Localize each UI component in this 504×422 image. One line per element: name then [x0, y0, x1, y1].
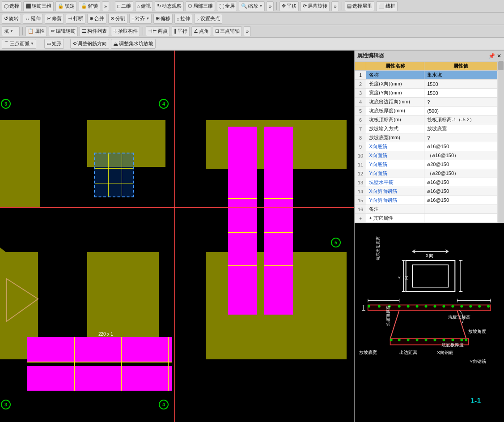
- point-angle-button[interactable]: ∠点角: [191, 26, 211, 36]
- props-row-6[interactable]: 6坑板顶标高(m)筏板顶标高-1（-5.2）: [355, 115, 498, 124]
- props-close-icon[interactable]: ✕: [497, 53, 501, 59]
- yellow-line-2: [228, 232, 257, 233]
- svg-text:坑板顶标高: 坑板顶标高: [386, 306, 390, 326]
- lock-button[interactable]: 🔒锁定: [55, 1, 77, 11]
- rebar3d-button[interactable]: ⬛钢筋三维: [23, 1, 54, 11]
- pan-button[interactable]: ✥平移: [280, 1, 299, 11]
- props-row-15[interactable]: 15Y向斜面钢筋⌀16@150: [355, 196, 498, 205]
- svg-text:X向钢筋: X向钢筋: [437, 350, 453, 355]
- props-val-12[interactable]: ⌀16@150: [424, 178, 498, 187]
- cad-viewport[interactable]: 3 4 3 4 0 5: [0, 51, 354, 422]
- props-scrollbar[interactable]: [498, 61, 504, 223]
- props-val-10[interactable]: ⌀20@150: [424, 160, 498, 169]
- split-button[interactable]: ⊗分割: [108, 14, 127, 24]
- select-layer-button[interactable]: ▤选择层里: [345, 1, 374, 11]
- align-button[interactable]: ≡对齐▼: [129, 14, 152, 24]
- props-name-15: 备注: [366, 205, 424, 214]
- scrollbar-thumb[interactable]: [498, 61, 504, 70]
- fullscreen-button[interactable]: ⛶全屏: [217, 1, 237, 11]
- circle-label-3b: 3: [1, 400, 11, 409]
- props-row-1[interactable]: 1名称集水坑: [355, 71, 498, 80]
- select-button[interactable]: ⬡选择: [2, 1, 21, 11]
- yellow-line-3: [228, 265, 257, 266]
- pick-component-button[interactable]: ⊹拾取构件: [111, 26, 140, 36]
- props-val-8[interactable]: ⌀16@150: [424, 142, 498, 151]
- three-point-button[interactable]: ⊡三点辅轴: [213, 26, 242, 36]
- more-btn-2[interactable]: »: [267, 1, 274, 11]
- props-row-11[interactable]: 11Y向底筋⌀20@150: [355, 160, 498, 169]
- 2d-button[interactable]: □二维: [115, 1, 133, 11]
- local3d-icon: ⬡: [188, 3, 192, 9]
- component-list-button[interactable]: ☰构件列表: [80, 26, 109, 36]
- props-name-11: Y向面筋: [366, 169, 424, 178]
- local3d-button[interactable]: ⬡局部三维: [186, 1, 215, 11]
- rotate-icon: ↻: [157, 3, 161, 9]
- svg-point-45: [451, 338, 454, 341]
- props-row-7[interactable]: 7放坡输入方式放坡底宽: [355, 124, 498, 133]
- props-val-2[interactable]: 1500: [424, 89, 498, 98]
- yellow-vline-3: [168, 337, 169, 391]
- props-val-1[interactable]: 1500: [424, 80, 498, 89]
- property-button[interactable]: 📋属性: [25, 26, 47, 36]
- screen-rotate-button[interactable]: ⟳屏幕旋转: [301, 1, 330, 11]
- yellow-hline-bottom: [27, 362, 172, 362]
- break-icon: ⊣: [68, 16, 72, 21]
- zoom-button[interactable]: 🔍缩放▼: [239, 1, 265, 11]
- props-val-6[interactable]: 放坡底宽: [424, 124, 498, 133]
- pan-icon: ✥: [282, 3, 286, 9]
- props-val-5[interactable]: 筏板顶标高-1（-5.2）: [424, 115, 498, 124]
- props-row-3[interactable]: 3宽度(Y向)(mm)1500: [355, 89, 498, 98]
- merge-button[interactable]: ⊕合并: [87, 14, 106, 24]
- props-row-8[interactable]: 8放坡底宽(mm)?: [355, 133, 498, 142]
- props-val-4[interactable]: (500): [424, 107, 498, 115]
- adjust-rebar-dir-button[interactable]: ⟲调整钢筋方向: [70, 39, 109, 49]
- props-row-12[interactable]: 12Y向面筋（⌀20@150）: [355, 169, 498, 178]
- offset-button[interactable]: ⊞偏移: [153, 14, 173, 24]
- props-val-0[interactable]: 集水坑: [424, 71, 498, 80]
- props-val-16: [424, 214, 498, 223]
- props-row-9[interactable]: 9X向底筋⌀16@150: [355, 142, 498, 151]
- props-row-10[interactable]: 10X向面筋（⌀16@150）: [355, 151, 498, 160]
- svg-text:坑底板厚度: 坑底板厚度: [441, 342, 464, 347]
- props-val-14[interactable]: ⌀16@150: [424, 196, 498, 205]
- props-val-13[interactable]: ⌀16@150: [424, 187, 498, 196]
- props-val-9[interactable]: （⌀16@150）: [424, 151, 498, 160]
- props-val-11[interactable]: （⌀20@150）: [424, 169, 498, 178]
- props-name-13: X向斜面钢筋: [366, 187, 424, 196]
- props-row-17[interactable]: ++ 其它属性: [355, 214, 498, 223]
- props-row-2[interactable]: 2长度(X向)(mm)1500: [355, 80, 498, 89]
- arc-button[interactable]: ⌒三点画弧▼: [2, 39, 36, 49]
- props-val-3[interactable]: ?: [424, 98, 498, 107]
- trim-button[interactable]: ✂修剪: [45, 14, 64, 24]
- dynamic-observe-button[interactable]: ↻动态观察: [155, 1, 184, 11]
- adjust-slope-button[interactable]: ⛰调整集水坑放坡: [111, 39, 156, 49]
- topview-button[interactable]: ⌂俯视: [135, 1, 153, 11]
- selected-grid-element: [94, 153, 134, 197]
- props-row-5[interactable]: 5坑底板厚度(mm)(500): [355, 107, 498, 115]
- more-btn-3[interactable]: »: [331, 1, 339, 11]
- more-btn-4[interactable]: »: [244, 26, 251, 36]
- more-btn-1[interactable]: »: [102, 1, 109, 11]
- props-val-7[interactable]: ?: [424, 133, 498, 142]
- unlock-button[interactable]: 🔓解锁: [79, 1, 100, 11]
- pit-dropdown[interactable]: 坑▼: [2, 26, 20, 36]
- extend-button[interactable]: ↔延伸: [23, 14, 43, 24]
- props-row-4[interactable]: 4坑底出边距离(mm)?: [355, 98, 498, 107]
- 3d-icon: ⬛: [25, 4, 31, 9]
- props-row-16[interactable]: 16备注: [355, 205, 498, 214]
- svg-point-40: [407, 338, 410, 341]
- props-name-9: X向面筋: [366, 151, 424, 160]
- rotate-button[interactable]: ↺旋转: [2, 14, 21, 24]
- grip-button[interactable]: ⬦设置夹点: [194, 14, 222, 24]
- parallel-button[interactable]: ∥平行: [172, 26, 190, 36]
- props-row-num-7: 7: [355, 124, 366, 133]
- break-button[interactable]: ⊣打断: [66, 14, 85, 24]
- two-point-button[interactable]: ⊣⊢两点: [146, 26, 170, 36]
- props-row-13[interactable]: 13坑壁水平筋⌀16@150: [355, 178, 498, 187]
- edit-rebar-button[interactable]: ✏编辑钢筋: [49, 26, 78, 36]
- stretch-button[interactable]: ↕拉伸: [174, 14, 192, 24]
- props-row-14[interactable]: 14X向斜面钢筋⌀16@150: [355, 187, 498, 196]
- wireframe-button[interactable]: ⬜线框: [376, 1, 398, 11]
- rect-button[interactable]: ▭矩形: [44, 39, 64, 49]
- props-pin-icon[interactable]: 📌: [488, 53, 495, 59]
